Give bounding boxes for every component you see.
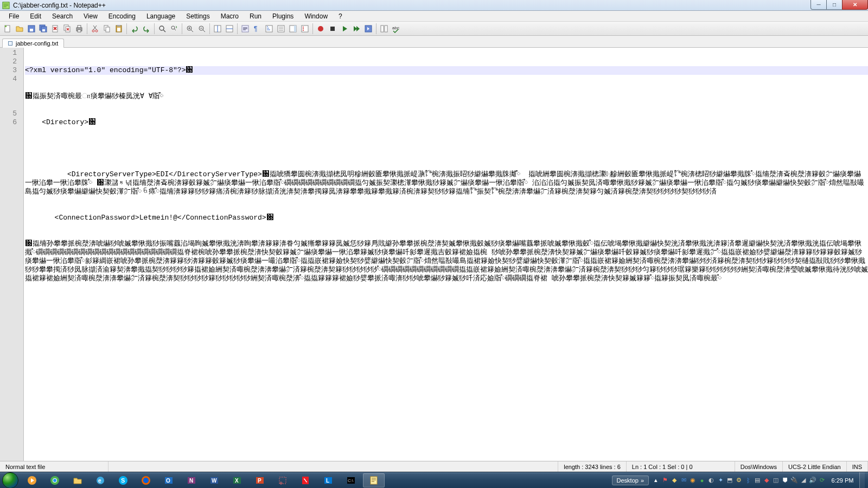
- taskbar-app-notepadpp[interactable]: [363, 473, 385, 487]
- sync-v-button[interactable]: [212, 23, 223, 34]
- find-button[interactable]: [157, 23, 168, 34]
- taskbar-app-skype[interactable]: S: [112, 473, 134, 487]
- menu-macro[interactable]: Macro: [216, 11, 243, 21]
- tray-app-icon[interactable]: ✦: [717, 477, 724, 484]
- status-encoding[interactable]: UCS-2 Little Endian: [783, 461, 847, 472]
- undo-button[interactable]: [129, 23, 140, 34]
- tray-app-icon[interactable]: ◆: [763, 477, 770, 484]
- taskbar-app-onenote[interactable]: N: [181, 473, 202, 487]
- taskbar-app-media[interactable]: [21, 473, 43, 487]
- cut-button[interactable]: [90, 23, 100, 34]
- tray-app-icon[interactable]: ◫: [772, 477, 780, 484]
- taskbar-app-outlook[interactable]: O: [158, 473, 180, 487]
- taskbar-app-acrobat[interactable]: [295, 473, 316, 487]
- tray-flag-icon[interactable]: ⚑: [661, 477, 669, 484]
- print-button[interactable]: [74, 23, 85, 34]
- macro-save-button[interactable]: [363, 23, 374, 34]
- macro-play-button[interactable]: [339, 23, 350, 34]
- tray-app-icon[interactable]: ◉: [689, 477, 697, 484]
- line-number-gutter: 1 2 3 4 5 6: [0, 48, 24, 461]
- tray-shield-icon[interactable]: ⛊: [781, 477, 789, 484]
- tray-volume-icon[interactable]: 🔊: [809, 477, 816, 484]
- line-number: 2: [0, 57, 17, 66]
- close-all-button[interactable]: [62, 23, 73, 34]
- tray-app-icon[interactable]: ⬒: [726, 477, 733, 484]
- taskbar-app-word[interactable]: W: [203, 473, 225, 487]
- show-desktop-button[interactable]: [859, 472, 865, 489]
- status-length: length : 3243 lines : 6: [558, 461, 627, 472]
- menu-settings[interactable]: Settings: [182, 11, 214, 21]
- window-titlebar: C:\jabber-config.txt - Notepad++ ─ □ ✕: [0, 0, 868, 11]
- svg-text:¶: ¶: [254, 25, 257, 33]
- replace-button[interactable]: [169, 23, 180, 34]
- redo-button[interactable]: [141, 23, 152, 34]
- tray-app-icon[interactable]: ▤: [754, 477, 761, 484]
- save-button[interactable]: [26, 23, 37, 34]
- zoom-out-button[interactable]: [196, 23, 207, 34]
- menu-view[interactable]: View: [79, 11, 102, 21]
- spell-check-button[interactable]: abc: [391, 23, 401, 34]
- paste-button[interactable]: [113, 23, 124, 34]
- menu-language[interactable]: Language: [142, 11, 180, 21]
- open-file-button[interactable]: [14, 23, 25, 34]
- menu-run[interactable]: Run: [245, 11, 266, 21]
- taskbar-app-lync[interactable]: L: [317, 473, 339, 487]
- compare-button[interactable]: [379, 23, 390, 34]
- show-desktop-toolbar[interactable]: Desktop »: [612, 476, 649, 485]
- tray-network-icon[interactable]: ◢: [800, 477, 807, 484]
- svg-rect-7: [42, 29, 45, 31]
- menu-edit[interactable]: Edit: [25, 11, 46, 21]
- menu-window[interactable]: Window: [300, 11, 332, 21]
- sync-h-button[interactable]: [224, 23, 235, 34]
- status-insert-mode[interactable]: INS: [847, 461, 868, 472]
- taskbar-app-ie[interactable]: e: [90, 473, 111, 487]
- user-lang-button[interactable]: [276, 23, 286, 34]
- text-editor[interactable]: <?xml version="1.0" encoding="UTF-8"?>਍ …: [24, 48, 868, 461]
- word-wrap-button[interactable]: [240, 23, 251, 34]
- doc-map-button[interactable]: [288, 23, 298, 34]
- menu-search[interactable]: Search: [48, 11, 77, 21]
- menu-plugins[interactable]: Plugins: [268, 11, 298, 21]
- close-file-button[interactable]: [50, 23, 61, 34]
- taskbar-app-snip[interactable]: [272, 473, 293, 487]
- macro-play-multi-button[interactable]: [351, 23, 362, 34]
- tray-app-icon[interactable]: ●: [698, 477, 706, 484]
- tray-shield-icon[interactable]: ◆: [671, 477, 678, 484]
- taskbar-app-explorer[interactable]: [67, 473, 88, 487]
- macro-record-button[interactable]: [315, 23, 326, 34]
- save-all-button[interactable]: [38, 23, 49, 34]
- tray-sync-icon[interactable]: ⟳: [818, 477, 826, 484]
- menu-help[interactable]: ?: [334, 11, 347, 21]
- all-chars-button[interactable]: ¶: [252, 23, 263, 34]
- copy-button[interactable]: [101, 23, 112, 34]
- svg-text:W: W: [212, 478, 217, 484]
- taskbar-app-cmd[interactable]: C:\: [340, 473, 362, 487]
- zoom-in-button[interactable]: [184, 23, 195, 34]
- func-list-button[interactable]: [299, 23, 310, 34]
- indent-guide-button[interactable]: [264, 23, 275, 34]
- taskbar-app-firefox[interactable]: [135, 473, 157, 487]
- menu-file[interactable]: File: [4, 11, 23, 21]
- file-tab-active[interactable]: jabber-config.txt: [2, 38, 64, 48]
- close-button[interactable]: ✕: [842, 0, 868, 10]
- tray-power-icon[interactable]: 🔌: [790, 477, 798, 484]
- svg-text:S: S: [121, 477, 125, 484]
- taskbar-clock[interactable]: 6:29 PM: [829, 477, 856, 484]
- taskbar-app-chrome[interactable]: [44, 473, 66, 487]
- status-eol[interactable]: Dos\Windows: [735, 461, 783, 472]
- tray-app-icon[interactable]: ◐: [707, 477, 715, 484]
- tray-app-icon[interactable]: ⚙: [735, 477, 743, 484]
- menu-encoding[interactable]: Encoding: [104, 11, 140, 21]
- tray-bluetooth-icon[interactable]: ᛒ: [744, 477, 752, 484]
- maximize-button[interactable]: □: [826, 0, 843, 10]
- start-button[interactable]: [0, 472, 21, 489]
- svg-rect-29: [266, 25, 272, 32]
- minimize-button[interactable]: ─: [810, 0, 827, 10]
- tray-up-icon[interactable]: ▴: [652, 477, 660, 484]
- tray-outlook-icon[interactable]: ✉: [680, 477, 687, 484]
- new-file-button[interactable]: [2, 23, 13, 34]
- taskbar-app-excel[interactable]: X: [226, 473, 248, 487]
- toolbar-separator: [182, 23, 182, 34]
- macro-stop-button[interactable]: [327, 23, 338, 34]
- taskbar-app-ppt[interactable]: P: [249, 473, 271, 487]
